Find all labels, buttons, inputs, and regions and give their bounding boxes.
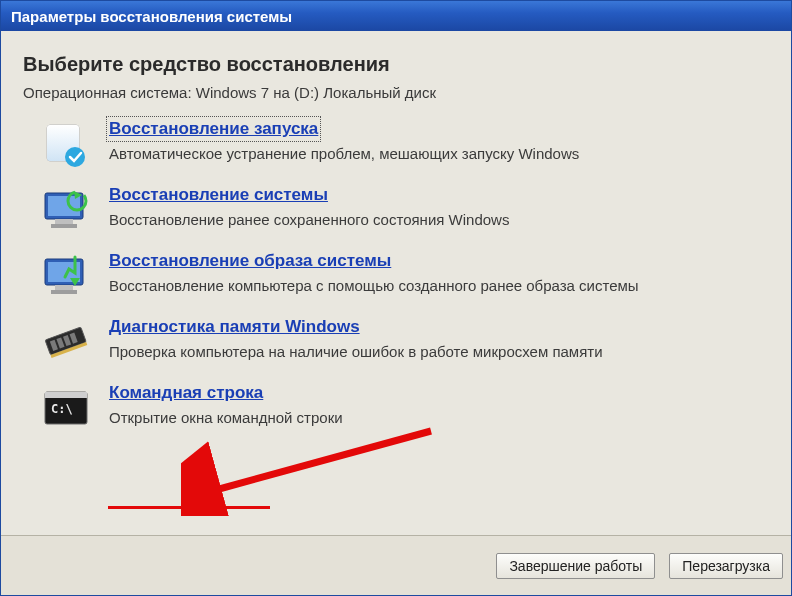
startup-repair-link[interactable]: Восстановление запуска bbox=[109, 119, 318, 139]
system-restore-desc: Восстановление ранее сохраненного состоя… bbox=[109, 211, 509, 228]
titlebar: Параметры восстановления системы bbox=[1, 1, 791, 31]
system-recovery-window: Параметры восстановления системы Выберит… bbox=[0, 0, 792, 596]
svg-rect-11 bbox=[55, 285, 73, 290]
memory-diagnostic-link[interactable]: Диагностика памяти Windows bbox=[109, 317, 360, 337]
svg-point-2 bbox=[65, 147, 85, 167]
svg-rect-21 bbox=[45, 392, 87, 398]
os-info-line: Операционная система: Windows 7 на (D:) … bbox=[23, 84, 769, 101]
window-title: Параметры восстановления системы bbox=[11, 8, 292, 25]
annotation-underline bbox=[108, 506, 270, 509]
option-command-prompt: C:\ Командная строка Открытие окна коман… bbox=[41, 383, 769, 433]
option-system-restore: Восстановление системы Восстановление ра… bbox=[41, 185, 769, 235]
command-prompt-desc: Открытие окна командной строки bbox=[109, 409, 343, 426]
system-restore-icon bbox=[41, 185, 91, 235]
svg-rect-4 bbox=[48, 196, 80, 216]
footer-bar: Завершение работы Перезагрузка bbox=[1, 535, 791, 595]
svg-text:C:\: C:\ bbox=[51, 402, 73, 416]
svg-rect-12 bbox=[51, 290, 77, 294]
memory-diagnostic-desc: Проверка компьютера на наличие ошибок в … bbox=[109, 343, 603, 360]
option-startup-repair: Восстановление запуска Автоматическое ус… bbox=[41, 119, 769, 169]
svg-rect-5 bbox=[55, 219, 73, 224]
command-prompt-link[interactable]: Командная строка bbox=[109, 383, 263, 403]
startup-repair-icon bbox=[41, 119, 91, 169]
startup-repair-desc: Автоматическое устранение проблем, мешаю… bbox=[109, 145, 579, 162]
svg-rect-6 bbox=[51, 224, 77, 228]
restart-button[interactable]: Перезагрузка bbox=[669, 553, 783, 579]
memory-diagnostic-icon bbox=[41, 317, 91, 367]
annotation-arrow bbox=[181, 426, 441, 516]
recovery-options-list: Восстановление запуска Автоматическое ус… bbox=[41, 119, 769, 433]
image-recovery-link[interactable]: Восстановление образа системы bbox=[109, 251, 391, 271]
option-memory-diagnostic: Диагностика памяти Windows Проверка комп… bbox=[41, 317, 769, 367]
svg-line-24 bbox=[201, 431, 431, 494]
option-image-recovery: Восстановление образа системы Восстановл… bbox=[41, 251, 769, 301]
shutdown-button[interactable]: Завершение работы bbox=[496, 553, 655, 579]
system-restore-link[interactable]: Восстановление системы bbox=[109, 185, 328, 205]
image-recovery-desc: Восстановление компьютера с помощью созд… bbox=[109, 277, 639, 294]
window-body: Выберите средство восстановления Операци… bbox=[1, 31, 791, 595]
page-heading: Выберите средство восстановления bbox=[23, 53, 769, 76]
command-prompt-icon: C:\ bbox=[41, 383, 91, 433]
image-recovery-icon bbox=[41, 251, 91, 301]
